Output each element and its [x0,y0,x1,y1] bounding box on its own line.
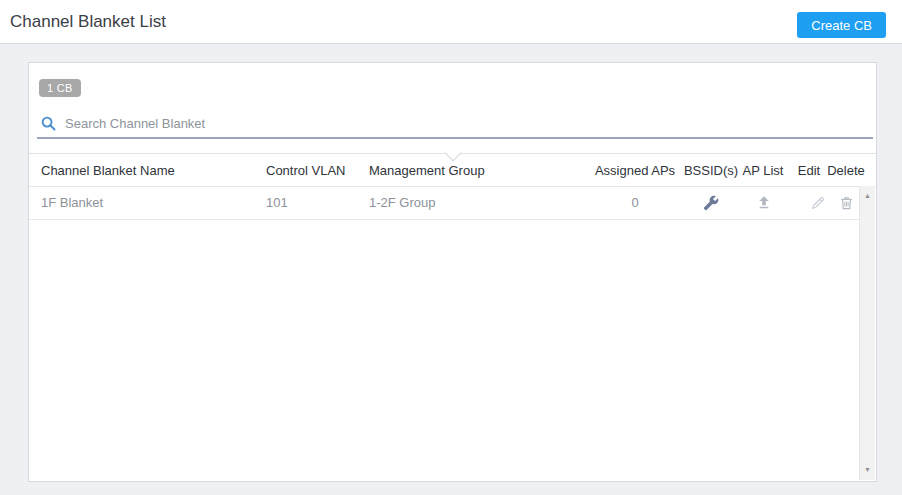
col-header-delete: Delete [827,154,865,187]
table-row[interactable]: 1F Blanket 101 1-2F Group 0 [29,187,859,220]
vertical-scrollbar[interactable]: ▲ ▼ [859,186,875,480]
cell-management-group: 1-2F Group [369,187,435,219]
col-header-control-vlan: Control VLAN [266,154,345,187]
search-icon [40,115,57,132]
bssid-wrench-icon[interactable] [698,187,724,219]
cell-control-vlan: 101 [266,187,288,219]
cell-blanket-name: 1F Blanket [41,187,103,219]
scroll-down-icon[interactable]: ▼ [860,465,875,475]
col-header-management-group: Management Group [369,154,485,187]
table-header-row: Channel Blanket Name Control VLAN Manage… [29,153,876,187]
col-header-edit: Edit [798,154,820,187]
search-input[interactable] [65,116,873,131]
ap-list-upload-icon[interactable] [751,187,777,219]
page-title: Channel Blanket List [10,0,166,44]
channel-blanket-panel: 1 CB Channel Blanket Name Control VLAN M… [28,62,877,482]
search-bar [37,109,873,139]
scroll-up-icon[interactable]: ▲ [860,191,875,201]
cell-assigned-aps: 0 [631,187,638,219]
page-header: Channel Blanket List Create CB [0,0,902,44]
edit-pencil-icon[interactable] [805,187,831,219]
create-cb-button[interactable]: Create CB [797,12,886,38]
col-header-assigned-aps: Assigned APs [595,154,675,187]
cb-count-badge: 1 CB [39,79,81,97]
col-header-bssid: BSSID(s) [684,154,738,187]
col-header-name: Channel Blanket Name [41,154,175,187]
col-header-ap-list: AP List [743,154,784,187]
delete-trash-icon[interactable] [833,187,859,219]
